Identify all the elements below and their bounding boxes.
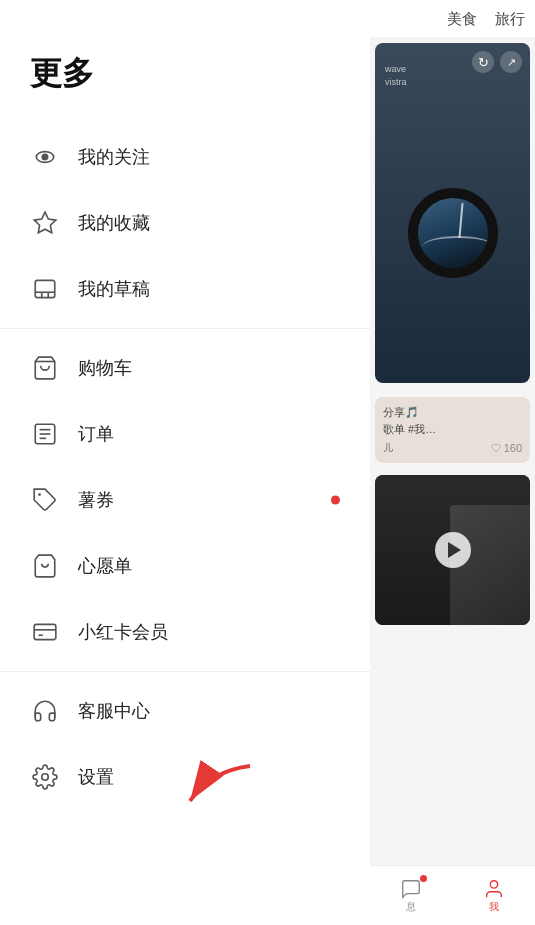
menu-item-my-favorites[interactable]: 我的收藏: [0, 190, 370, 256]
menu-item-label: 订单: [78, 422, 114, 446]
menu-item-label: 客服中心: [78, 699, 150, 723]
svg-rect-3: [35, 280, 55, 297]
menu-title: 更多: [0, 0, 370, 124]
card-mid-footer: 儿 160: [383, 441, 522, 455]
card-vistra-label: vistra: [385, 76, 407, 89]
bag-icon: [30, 551, 60, 581]
menu-item-orders[interactable]: 订单: [0, 401, 370, 467]
divider-1: [0, 328, 370, 329]
svg-point-1: [42, 154, 47, 159]
cart-icon: [30, 353, 60, 383]
like-count: 160: [491, 442, 522, 454]
inbox-icon: [30, 274, 60, 304]
card-wave-label: wave: [385, 63, 407, 76]
card-top[interactable]: wave vistra ↻ ↗: [375, 43, 530, 383]
right-panel: 美食 旅行 wave vistra ↻ ↗: [370, 0, 535, 925]
menu-item-label: 我的关注: [78, 145, 150, 169]
category-tab-food[interactable]: 美食: [447, 10, 477, 29]
play-button[interactable]: [435, 532, 471, 568]
card-top-inner: wave vistra: [375, 43, 530, 383]
menu-item-label: 购物车: [78, 356, 132, 380]
loop-icon: ↻: [472, 51, 494, 73]
list-icon: [30, 419, 60, 449]
svg-point-17: [490, 880, 497, 887]
menu-item-membership[interactable]: 小红卡会员: [0, 599, 370, 665]
menu-item-label: 薯券: [78, 488, 114, 512]
share-icon: ↗: [500, 51, 522, 73]
menu-item-label: 小红卡会员: [78, 620, 168, 644]
menu-item-coupons[interactable]: 薯券: [0, 467, 370, 533]
bottom-nav: 息 我: [370, 865, 535, 925]
card-top-badge: ↻ ↗: [472, 51, 522, 73]
card-mid-author: 儿: [383, 441, 393, 455]
menu-item-my-follows[interactable]: 我的关注: [0, 124, 370, 190]
menu-item-cart[interactable]: 购物车: [0, 335, 370, 401]
menu-item-my-drafts[interactable]: 我的草稿: [0, 256, 370, 322]
card-mid-subtext: 歌单 #我…: [383, 422, 522, 437]
headset-icon: [30, 696, 60, 726]
card-bottom-video[interactable]: [375, 475, 530, 625]
arrow-svg: [180, 756, 260, 816]
gear-icon: [30, 762, 60, 792]
menu-list: 我的关注 我的收藏 我的草稿 购物车: [0, 124, 370, 810]
nav-messages-label: 息: [406, 900, 416, 914]
svg-marker-2: [34, 212, 56, 233]
coupon-notification-dot: [331, 496, 340, 505]
messages-notification-dot: [420, 875, 427, 882]
nav-profile-label: 我: [489, 900, 499, 914]
menu-item-support[interactable]: 客服中心: [0, 678, 370, 744]
category-tabs: 美食 旅行: [370, 0, 535, 37]
nav-item-profile[interactable]: 我: [483, 878, 505, 914]
menu-item-label: 设置: [78, 765, 114, 789]
menu-item-wishlist[interactable]: 心愿单: [0, 533, 370, 599]
divider-2: [0, 671, 370, 672]
menu-item-label: 我的收藏: [78, 211, 150, 235]
svg-point-16: [42, 774, 49, 781]
menu-item-label: 心愿单: [78, 554, 132, 578]
eye-icon: [30, 142, 60, 172]
card-icon: [30, 617, 60, 647]
menu-item-label: 我的草稿: [78, 277, 150, 301]
tag-icon: [30, 485, 60, 515]
play-triangle: [448, 542, 461, 558]
category-tab-travel[interactable]: 旅行: [495, 10, 525, 29]
card-mid[interactable]: 分享🎵 歌单 #我… 儿 160: [375, 397, 530, 463]
nav-item-messages[interactable]: 息: [400, 878, 422, 914]
card-mid-text: 分享🎵: [383, 405, 522, 420]
svg-rect-13: [34, 624, 56, 639]
star-icon: [30, 208, 60, 238]
arrow-cursor: [180, 756, 260, 820]
